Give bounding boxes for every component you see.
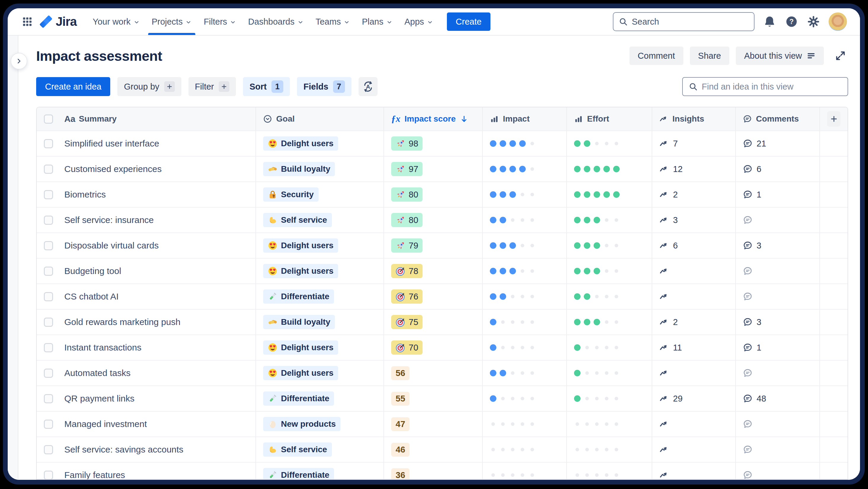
table-row[interactable]: Budgeting tool Delight users 78	[37, 258, 847, 284]
row-checkbox[interactable]	[44, 369, 53, 378]
row-checkbox[interactable]	[44, 470, 53, 480]
summary-cell[interactable]: Instant transactions	[37, 335, 256, 360]
insights-cell[interactable]	[652, 259, 736, 284]
effort-rating[interactable]	[567, 284, 652, 309]
goal-cell[interactable]: Delight users	[256, 233, 384, 258]
row-checkbox[interactable]	[44, 445, 53, 454]
table-row[interactable]: Automated tasks Delight users 56	[37, 360, 847, 385]
comments-cell[interactable]	[736, 208, 820, 232]
comments-cell[interactable]	[736, 284, 820, 309]
effort-rating[interactable]	[567, 463, 652, 480]
create-button[interactable]: Create	[447, 12, 491, 31]
goal-cell[interactable]: Build loyalty	[256, 310, 384, 335]
goal-cell[interactable]: Delight users	[256, 131, 384, 156]
impact-rating[interactable]	[483, 259, 567, 284]
column-header-effort[interactable]: Effort	[567, 107, 652, 131]
insights-cell[interactable]	[652, 284, 736, 309]
table-row[interactable]: CS chatbot AI Differentiate 76	[37, 284, 847, 309]
summary-cell[interactable]: Automated tasks	[37, 361, 256, 385]
row-checkbox[interactable]	[44, 394, 53, 403]
nav-item-your-work[interactable]: Your work	[87, 8, 146, 35]
nav-item-apps[interactable]: Apps	[399, 8, 439, 35]
insights-cell[interactable]: 7	[652, 131, 736, 156]
impact-rating[interactable]	[483, 335, 567, 360]
sidebar-expand-button[interactable]	[11, 53, 27, 69]
effort-rating[interactable]	[567, 437, 652, 462]
summary-cell[interactable]: Customised experiences	[37, 156, 256, 181]
comments-cell[interactable]: 6	[736, 156, 820, 181]
impact-score-cell[interactable]: 47	[384, 411, 483, 436]
goal-cell[interactable]: Build loyalty	[256, 156, 384, 181]
jira-logo[interactable]: Jira	[39, 15, 77, 29]
find-idea-input[interactable]	[702, 82, 842, 92]
summary-cell[interactable]: Gold rewards marketing push	[37, 310, 256, 335]
insights-cell[interactable]: 11	[652, 335, 736, 360]
impact-score-cell[interactable]: 36	[384, 463, 483, 480]
impact-rating[interactable]	[483, 463, 567, 480]
comments-cell[interactable]: 1	[736, 335, 820, 360]
row-checkbox[interactable]	[44, 343, 53, 352]
filter-button[interactable]: Filter	[188, 77, 236, 96]
table-row[interactable]: Family features Differentiate 36	[37, 462, 847, 480]
effort-rating[interactable]	[567, 156, 652, 181]
row-checkbox[interactable]	[44, 267, 53, 276]
comments-cell[interactable]: 3	[736, 233, 820, 258]
impact-rating[interactable]	[483, 233, 567, 258]
table-row[interactable]: Biometrics Security 80 2 1	[37, 181, 847, 207]
avatar[interactable]	[829, 12, 847, 31]
summary-cell[interactable]: Disposable virtual cards	[37, 233, 256, 258]
insights-cell[interactable]: 2	[652, 182, 736, 207]
goal-cell[interactable]: Self service	[256, 208, 384, 232]
insights-cell[interactable]	[652, 361, 736, 385]
impact-score-cell[interactable]: 80	[384, 208, 483, 232]
nav-item-teams[interactable]: Teams	[310, 8, 356, 35]
nav-item-projects[interactable]: Projects	[146, 8, 198, 35]
nav-item-filters[interactable]: Filters	[198, 8, 242, 35]
insights-cell[interactable]: 2	[652, 310, 736, 335]
sort-button[interactable]: Sort 1	[243, 77, 290, 96]
table-row[interactable]: Managed investment New products 47	[37, 411, 847, 436]
comment-button[interactable]: Comment	[629, 47, 683, 65]
goal-cell[interactable]: Delight users	[256, 259, 384, 284]
effort-rating[interactable]	[567, 131, 652, 156]
find-idea-search[interactable]	[682, 77, 848, 96]
impact-score-cell[interactable]: 79	[384, 233, 483, 258]
impact-score-cell[interactable]: 55	[384, 386, 483, 411]
table-row[interactable]: Customised experiences Build loyalty 97 …	[37, 156, 847, 181]
impact-rating[interactable]	[483, 156, 567, 181]
summary-cell[interactable]: Managed investment	[37, 411, 256, 436]
help-button[interactable]: ?	[785, 15, 798, 28]
translate-button[interactable]: A	[359, 77, 377, 96]
summary-cell[interactable]: Self service: insurance	[37, 208, 256, 232]
row-checkbox[interactable]	[44, 215, 53, 225]
impact-rating[interactable]	[483, 411, 567, 436]
row-checkbox[interactable]	[44, 292, 53, 301]
summary-cell[interactable]: Self service: savings accounts	[37, 437, 256, 462]
comments-cell[interactable]	[736, 259, 820, 284]
impact-rating[interactable]	[483, 182, 567, 207]
nav-item-plans[interactable]: Plans	[356, 8, 399, 35]
column-header-comments[interactable]: Comments	[736, 107, 820, 131]
select-all-checkbox[interactable]	[44, 114, 53, 124]
table-row[interactable]: Self service: savings accounts Self serv…	[37, 436, 847, 462]
row-checkbox[interactable]	[44, 190, 53, 199]
comments-cell[interactable]	[736, 411, 820, 436]
goal-cell[interactable]: New products	[256, 411, 384, 436]
comments-cell[interactable]	[736, 437, 820, 462]
insights-cell[interactable]	[652, 463, 736, 480]
impact-rating[interactable]	[483, 310, 567, 335]
impact-score-cell[interactable]: 78	[384, 259, 483, 284]
effort-rating[interactable]	[567, 259, 652, 284]
comments-cell[interactable]: 21	[736, 131, 820, 156]
column-header-goal[interactable]: Goal	[256, 107, 384, 131]
goal-cell[interactable]: Delight users	[256, 361, 384, 385]
row-checkbox[interactable]	[44, 139, 53, 148]
goal-cell[interactable]: Delight users	[256, 335, 384, 360]
effort-rating[interactable]	[567, 182, 652, 207]
table-row[interactable]: Simplified user interface Delight users …	[37, 131, 847, 156]
impact-rating[interactable]	[483, 437, 567, 462]
nav-item-dashboards[interactable]: Dashboards	[242, 8, 309, 35]
fields-button[interactable]: Fields 7	[297, 77, 351, 96]
column-header-insights[interactable]: Insights	[652, 107, 736, 131]
impact-rating[interactable]	[483, 361, 567, 385]
